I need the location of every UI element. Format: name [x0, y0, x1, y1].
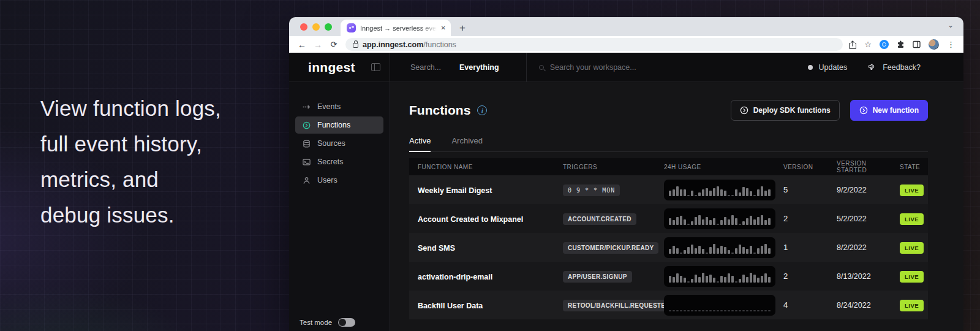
usage-bar — [720, 220, 723, 224]
usage-bar — [746, 218, 748, 225]
usage-bar — [706, 253, 708, 254]
test-mode-label: Test mode — [300, 319, 332, 326]
column-header: VERSION STARTED — [828, 160, 891, 173]
browser-menu-icon[interactable]: ⋮ — [947, 40, 955, 49]
new-tab-button[interactable]: + — [459, 22, 466, 36]
test-mode-toggle[interactable] — [338, 318, 355, 327]
usage-bar — [695, 275, 697, 283]
usage-bar — [720, 276, 723, 283]
zoom-window-button[interactable] — [325, 23, 332, 31]
app-body: EventsFunctionsSourcesSecretsUsers Test … — [289, 82, 963, 331]
usage-bar — [713, 278, 715, 282]
function-name[interactable]: Weekly Email Digest — [418, 186, 492, 195]
function-name[interactable]: Account Created to Mixpanel — [418, 215, 523, 224]
usage-bar — [757, 278, 760, 282]
usage-bar — [687, 247, 690, 254]
sidebar-nav: EventsFunctionsSourcesSecretsUsers — [289, 98, 390, 189]
usage-bar — [739, 192, 741, 196]
usage-bar — [713, 218, 715, 225]
table-row[interactable]: Send SMSCUSTOMER/PICKUP.READY18/2/2022LI… — [409, 233, 928, 262]
usage-bar — [768, 189, 771, 196]
usage-bar — [698, 215, 701, 225]
url-bar[interactable]: app.inngest.com/functions — [345, 38, 843, 51]
trigger-badge: CUSTOMER/PICKUP.READY — [563, 242, 658, 254]
table-row[interactable]: Backfill User DataRETOOL/BACKFILL.REQUES… — [409, 291, 928, 319]
function-name[interactable]: activation-drip-email — [418, 273, 492, 281]
sidebar-item-secrets[interactable]: Secrets — [295, 153, 383, 170]
usage-bar — [717, 281, 719, 283]
collapse-sidebar-icon[interactable] — [371, 63, 380, 71]
search-icon — [539, 65, 544, 70]
usage-bar — [680, 276, 682, 283]
sidebar-item-label: Events — [317, 102, 341, 111]
usage-bar — [761, 246, 763, 254]
usage-bar — [731, 253, 734, 254]
sidebar-item-functions[interactable]: Functions — [295, 116, 383, 134]
usage-bar — [684, 278, 686, 282]
share-icon[interactable] — [849, 40, 856, 49]
sidebar-item-events[interactable]: Events — [295, 98, 383, 115]
new-function-button[interactable]: New function — [850, 100, 928, 121]
sidebar-item-users[interactable]: Users — [295, 172, 383, 189]
version-value: 1 — [775, 243, 828, 252]
usage-bar — [676, 186, 679, 196]
bookmark-star-icon[interactable]: ☆ — [864, 40, 872, 48]
tab-active[interactable]: Active — [409, 136, 431, 152]
updates-link[interactable]: Updates — [819, 63, 848, 72]
secrets-icon — [303, 158, 311, 166]
side-panel-icon[interactable] — [913, 40, 921, 48]
tab-close-icon[interactable]: ✕ — [441, 25, 446, 31]
usage-bar — [753, 310, 756, 311]
browser-tab-strip: Inngest → serverless event-dri ✕ + ⌄ — [289, 17, 963, 36]
usage-bar — [702, 310, 704, 311]
close-window-button[interactable] — [300, 23, 307, 31]
status-badge: LIVE — [900, 213, 924, 225]
usage-bar — [717, 186, 719, 196]
onepassword-extension-icon[interactable] — [880, 40, 889, 49]
usage-bar — [728, 219, 730, 225]
usage-sparkline-chart — [664, 266, 775, 287]
usage-bar — [768, 310, 771, 311]
tab-archived[interactable]: Archived — [451, 136, 483, 151]
table-row[interactable]: Weekly Email Digest0 9 * * MON59/2/2022L… — [409, 175, 928, 204]
usage-bar — [717, 310, 719, 311]
extensions-icon[interactable] — [897, 40, 905, 48]
tab-title: Inngest → serverless event-dri — [360, 25, 437, 32]
usage-bar — [695, 195, 697, 196]
feedback-link[interactable]: Feedback? — [883, 63, 921, 72]
profile-avatar[interactable] — [929, 39, 939, 50]
function-name[interactable]: Backfill User Data — [418, 302, 483, 310]
usage-bar — [739, 224, 741, 225]
search-scope-selector[interactable]: Everything — [459, 63, 499, 72]
usage-bar — [757, 189, 760, 196]
deploy-sdk-functions-button[interactable]: Deploy SDK functions — [731, 100, 840, 121]
usage-bar — [709, 247, 712, 254]
tab-search-chevron-icon[interactable]: ⌄ — [948, 21, 954, 29]
usage-bar — [742, 310, 745, 311]
workspace-search-input[interactable]: Search your workspace... — [550, 63, 636, 72]
reload-icon[interactable]: ⟳ — [327, 40, 341, 49]
usage-bar — [764, 220, 767, 224]
minimize-window-button[interactable] — [312, 23, 320, 31]
inngest-logo[interactable]: inngest — [308, 60, 355, 75]
usage-bar — [739, 279, 741, 283]
usage-bar — [768, 218, 771, 225]
table-row[interactable]: Account Created to MixpanelACCOUNT.CREAT… — [409, 204, 928, 233]
usage-bar — [750, 273, 752, 283]
logo-area: inngest — [289, 53, 390, 82]
sidebar-item-sources[interactable]: Sources — [295, 135, 383, 152]
browser-tab[interactable]: Inngest → serverless event-dri ✕ — [341, 20, 451, 36]
back-icon[interactable]: ← — [295, 40, 309, 50]
info-icon[interactable]: i — [477, 105, 487, 115]
hero-line: View function logs, — [40, 91, 221, 126]
usage-bar — [746, 249, 748, 253]
function-name[interactable]: Send SMS — [418, 244, 455, 253]
forward-icon[interactable]: → — [311, 40, 325, 50]
usage-bar — [706, 217, 708, 225]
version-started-value: 8/13/2022 — [828, 272, 891, 281]
usage-bar — [673, 220, 675, 224]
table-row[interactable]: activation-drip-emailAPP/USER.SIGNUP28/1… — [409, 262, 928, 291]
usage-bar — [684, 310, 686, 311]
usage-bar — [669, 249, 671, 253]
window-controls — [289, 17, 341, 36]
